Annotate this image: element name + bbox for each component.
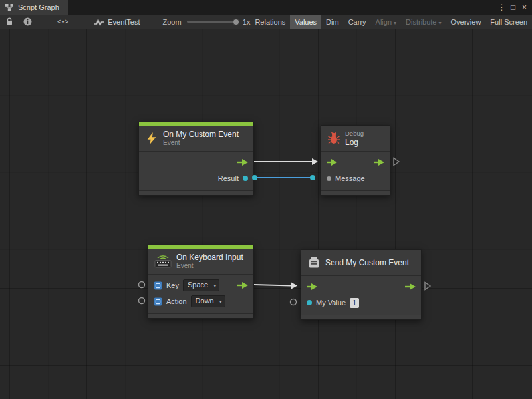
node-debug-log[interactable]: Debug Log Message	[321, 125, 390, 196]
node-title: On Keyboard Input	[176, 253, 243, 262]
my-value-field[interactable]: 1	[350, 298, 359, 308]
result-port-label: Result	[218, 174, 239, 182]
unconnected-input-circle-key[interactable]	[139, 282, 145, 288]
distribute-button[interactable]: Distribute	[401, 15, 446, 29]
node-on-keyboard-input[interactable]: On Keyboard Input Event Key Space	[148, 245, 254, 319]
flow-input-port-icon[interactable]	[327, 159, 337, 166]
unconnected-input-circle-action[interactable]	[139, 298, 145, 304]
key-input-row: Key Space	[148, 277, 253, 293]
window-titlebar: Script Graph ⋮ □ ×	[0, 0, 532, 15]
carry-button[interactable]: Carry	[344, 15, 371, 29]
code-view-button[interactable]: <•>	[55, 15, 71, 29]
unconnected-input-circle-myvalue[interactable]	[291, 299, 297, 305]
full-screen-button[interactable]: Full Screen	[485, 15, 532, 29]
info-button[interactable]	[21, 15, 34, 29]
flow-output-port-icon[interactable]	[237, 159, 248, 166]
window-menu-icon[interactable]: ⋮	[496, 1, 507, 13]
flow-output-port-icon[interactable]	[405, 283, 416, 290]
info-icon	[23, 17, 32, 26]
overview-button[interactable]: Overview	[446, 15, 486, 29]
dim-button[interactable]: Dim	[321, 15, 344, 29]
lock-button[interactable]	[3, 15, 15, 29]
keyboard-icon	[154, 255, 172, 268]
align-button[interactable]: Align	[371, 15, 401, 29]
event-graph-icon	[94, 18, 104, 26]
message-input-row: Message	[321, 170, 390, 186]
flow-wire-arrowhead	[312, 158, 318, 165]
distribute-button-label: Distribute	[406, 18, 436, 26]
wires-layer	[0, 29, 532, 399]
keycode-icon	[154, 281, 162, 290]
node-title: Send My Custom Event	[325, 258, 409, 267]
node-header[interactable]: On Keyboard Input Event	[148, 249, 253, 274]
zoom-slider[interactable]	[187, 19, 237, 25]
action-port-label: Action	[166, 297, 187, 305]
key-dropdown[interactable]: Space	[183, 279, 219, 291]
node-subtitle: Event	[163, 139, 239, 147]
node-footer	[321, 190, 390, 195]
tab-title: Script Graph	[18, 3, 59, 11]
chevron-down-icon	[439, 18, 442, 26]
message-port-dot[interactable]	[327, 176, 331, 181]
align-button-label: Align	[376, 18, 392, 26]
node-send-my-custom-event[interactable]: Send My Custom Event My Value 1	[301, 249, 422, 320]
node-header[interactable]: Send My Custom Event	[301, 250, 421, 275]
graph-name: EventTest	[108, 18, 140, 26]
zoom-value: 1x	[243, 18, 251, 26]
action-enum-icon	[154, 297, 162, 306]
lock-icon	[5, 17, 13, 26]
flow-input-port-icon[interactable]	[307, 283, 317, 290]
toolbar-buttons: Relations Values Dim Carry Align Distrib…	[250, 15, 532, 29]
graph-breadcrumb[interactable]: EventTest	[94, 18, 140, 26]
unconnected-flow-triangle-log[interactable]	[394, 158, 399, 166]
window-close-icon[interactable]: ×	[519, 1, 530, 13]
lightning-icon	[145, 132, 158, 145]
tab-script-graph[interactable]: Script Graph	[0, 0, 68, 15]
flow-ports-row	[301, 279, 421, 295]
node-header[interactable]: Debug Log	[321, 126, 390, 151]
node-footer	[148, 313, 253, 318]
flow-output-port-icon[interactable]	[237, 282, 248, 289]
result-output-row: Result	[139, 170, 253, 186]
node-footer	[301, 315, 421, 319]
flow-output-port-icon[interactable]	[374, 159, 384, 166]
graph-canvas[interactable]: On My Custom Event Event Result	[0, 29, 532, 399]
zoom-slider-knob[interactable]	[233, 19, 239, 25]
chevron-down-icon	[394, 18, 396, 26]
my-value-port-dot[interactable]	[307, 300, 312, 305]
node-on-my-custom-event[interactable]: On My Custom Event Event Result	[138, 122, 254, 196]
script-graph-icon	[5, 3, 14, 11]
node-header[interactable]: On My Custom Event Event	[139, 126, 253, 151]
node-title: On My Custom Event	[163, 130, 239, 139]
zoom-label: Zoom	[163, 18, 182, 26]
zoom-slider-track[interactable]	[187, 21, 237, 23]
unconnected-flow-triangle-send[interactable]	[425, 283, 430, 290]
flow-output-row	[139, 154, 253, 170]
graph-toolbar: <•> EventTest Zoom 1x Relations Values D…	[0, 15, 532, 29]
node-footer	[139, 190, 253, 195]
message-port-label: Message	[335, 174, 365, 182]
flow-wire-arrowhead	[291, 283, 297, 289]
action-input-row: Action Down	[148, 293, 253, 309]
node-category: Debug	[345, 130, 364, 137]
flow-wire-keyboard-to-send[interactable]	[254, 285, 291, 286]
my-value-port-label: My Value	[316, 299, 346, 307]
flow-ports-row	[321, 154, 390, 170]
value-wire-endpoint	[310, 175, 315, 180]
values-button[interactable]: Values	[290, 15, 321, 29]
action-dropdown[interactable]: Down	[191, 295, 225, 307]
bug-icon	[327, 132, 340, 145]
window-maximize-icon[interactable]: □	[507, 1, 519, 13]
node-title: Log	[345, 138, 364, 147]
window-controls: ⋮ □ ×	[496, 0, 532, 15]
node-subtitle: Event	[176, 262, 243, 270]
send-event-icon	[307, 256, 321, 269]
relations-button[interactable]: Relations	[250, 15, 290, 29]
key-port-label: Key	[166, 281, 179, 289]
my-value-input-row: My Value 1	[301, 295, 421, 311]
result-port-dot[interactable]	[243, 176, 248, 181]
